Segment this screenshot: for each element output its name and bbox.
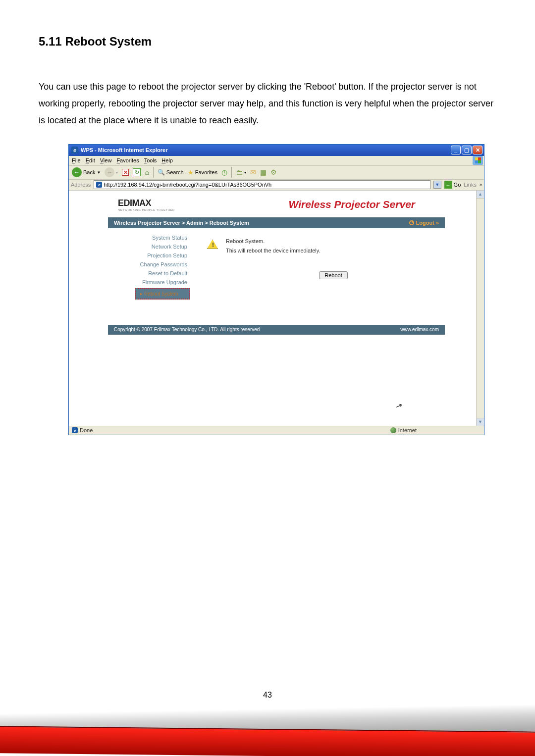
content-desc: This will reboot the device immediately. [226, 248, 321, 253]
refresh-button[interactable]: ↻ [132, 167, 142, 177]
forward-button[interactable]: → ▾ [104, 166, 119, 178]
address-label: Address [71, 182, 91, 188]
home-button[interactable]: ⌂ [144, 167, 150, 177]
home-icon: ⌂ [145, 168, 149, 176]
chevron-right-icon[interactable]: » [480, 182, 482, 187]
warning-icon [207, 240, 218, 249]
cursor-icon: ↖ [394, 400, 404, 411]
browser-window: e WPS - Microsoft Internet Explorer _ ▢ … [68, 144, 484, 435]
menu-favorites[interactable]: Favorites [116, 157, 139, 163]
sidebar-item-change-passwords[interactable]: Change Passwords [108, 260, 192, 269]
content-title: Reboot System. [226, 238, 321, 244]
section-title: 5.11 Reboot System [39, 35, 496, 49]
toolbar: ← Back ▼ → ▾ ✕ ↻ ⌂ 🔍Search ★Favorites ◷ … [69, 166, 484, 180]
misc-button-3[interactable]: ⚙ [269, 167, 278, 177]
page-icon: e [96, 182, 102, 188]
favorites-button[interactable]: ★Favorites [187, 168, 218, 177]
search-button[interactable]: 🔍Search [157, 168, 185, 177]
folder-icon: 🗀 [236, 168, 243, 176]
sidebar-item-system-status[interactable]: System Status [108, 233, 192, 242]
menu-view[interactable]: View [100, 157, 112, 163]
banner-title: Wireless Projector Server [289, 199, 415, 210]
sidebar-item-reboot-system[interactable]: ▸ Reboot System [135, 288, 190, 300]
sidebar-item-firmware-upgrade[interactable]: Firmware Upgrade [108, 278, 192, 287]
link-icon: ⚙ [270, 168, 277, 176]
breadcrumb: Wireless Projector Server > Admin > Rebo… [114, 220, 249, 226]
ie-icon: e [71, 147, 78, 153]
address-dropdown[interactable]: ▼ [433, 181, 441, 189]
mail-button[interactable]: ✉ [249, 167, 257, 177]
titlebar: e WPS - Microsoft Internet Explorer _ ▢ … [69, 145, 484, 156]
stop-icon: ✕ [122, 169, 129, 176]
close-button[interactable]: ✕ [473, 146, 482, 154]
menubar: File Edit View Favorites Tools Help [69, 156, 484, 166]
sidebar-item-reset-to-default[interactable]: Reset to Default [108, 269, 192, 278]
search-icon: 🔍 [158, 169, 165, 176]
breadcrumb-bar: Wireless Projector Server > Admin > Rebo… [108, 217, 445, 228]
addressbar: Address e http://192.168.94.12/cgi-bin/r… [69, 180, 484, 191]
logout-button[interactable]: Logout » [409, 220, 439, 226]
sidebar-item-projection-setup[interactable]: Projection Setup [108, 251, 192, 260]
page-footer: Copyright © 2007 Edimax Technology Co., … [108, 325, 445, 335]
menu-file[interactable]: File [72, 157, 81, 163]
misc-button-1[interactable]: 🗀▾ [235, 167, 247, 177]
brand-logo: EDIMAX [118, 198, 151, 208]
admin-sidebar: System Status Network Setup Projection S… [108, 228, 192, 307]
reboot-button[interactable]: Reboot [319, 271, 347, 279]
status-text: Done [80, 427, 93, 433]
go-button[interactable]: → Go [444, 181, 461, 189]
arrow-icon: ▸ [140, 292, 142, 296]
scroll-down-icon[interactable]: ▼ [477, 418, 484, 426]
back-button[interactable]: ← Back ▼ [71, 166, 102, 178]
page-viewport: ▲ ▼ EDIMAX NETWORKING PEOPLE TOGETHER Wi… [69, 191, 484, 426]
scroll-up-icon[interactable]: ▲ [477, 191, 484, 199]
power-icon [409, 220, 414, 225]
history-icon: ◷ [221, 168, 227, 176]
content-pane: Reboot System. This will reboot the devi… [192, 228, 445, 307]
history-button[interactable]: ◷ [220, 167, 228, 177]
star-icon: ★ [188, 169, 194, 176]
go-arrow-icon: → [444, 181, 452, 189]
maximize-button[interactable]: ▢ [462, 146, 472, 154]
windows-flag-icon [473, 156, 483, 165]
misc-button-2[interactable]: ▦ [259, 167, 268, 177]
stop-button[interactable]: ✕ [121, 168, 130, 177]
ie-small-icon: e [72, 427, 78, 433]
forward-arrow-icon: → [105, 167, 114, 177]
footer-copyright: Copyright © 2007 Edimax Technology Co., … [114, 327, 260, 332]
refresh-icon: ↻ [133, 168, 141, 176]
scrollbar[interactable]: ▲ ▼ [476, 191, 484, 426]
menu-help[interactable]: Help [161, 157, 173, 163]
url-text: http://192.168.94.12/cgi-bin/reboot.cgi?… [104, 182, 271, 188]
globe-icon [390, 427, 396, 433]
window-title: WPS - Microsoft Internet Explorer [81, 147, 167, 153]
footer-url: www.edimax.com [400, 327, 439, 332]
back-arrow-icon: ← [72, 167, 82, 177]
brand-tagline: NETWORKING PEOPLE TOGETHER [118, 208, 175, 211]
sidebar-item-network-setup[interactable]: Network Setup [108, 242, 192, 251]
minimize-button[interactable]: _ [451, 146, 461, 154]
menu-tools[interactable]: Tools [144, 157, 157, 163]
page-border-deco [0, 702, 535, 756]
mail-icon: ✉ [250, 168, 256, 176]
security-zone: Internet [398, 427, 417, 433]
address-input[interactable]: e http://192.168.94.12/cgi-bin/reboot.cg… [94, 180, 430, 189]
statusbar: e Done Internet [69, 426, 484, 435]
page-number: 43 [0, 691, 535, 700]
menu-edit[interactable]: Edit [86, 157, 95, 163]
page-icon: ▦ [260, 168, 267, 176]
links-label[interactable]: Links [464, 182, 477, 188]
section-description: You can use this page to reboot the proj… [39, 78, 496, 129]
